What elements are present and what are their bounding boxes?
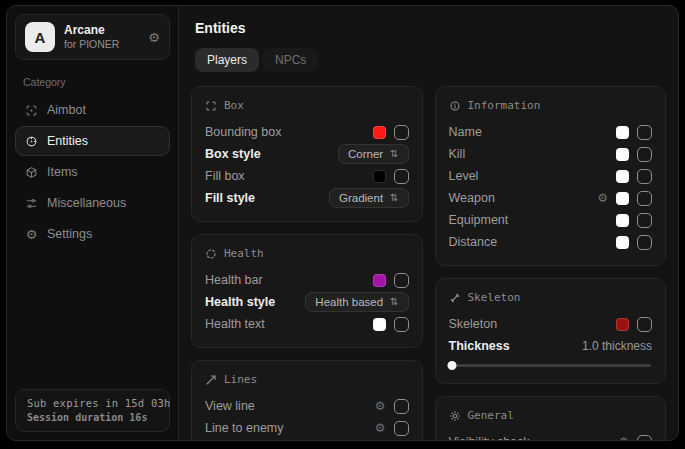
row-label: Box style xyxy=(205,147,261,161)
diagonal-line-icon xyxy=(205,374,217,386)
sidebar-item-aimbot[interactable]: Aimbot xyxy=(15,95,170,125)
row-label: Fill box xyxy=(205,169,245,183)
color-swatch[interactable] xyxy=(616,318,629,331)
checkbox[interactable] xyxy=(637,435,652,441)
dropdown-value: Gradient xyxy=(339,192,383,204)
brand-card: A Arcane for PIONER ⚙ xyxy=(15,14,170,60)
color-swatch[interactable] xyxy=(616,192,629,205)
row-health-style: Health style Health based ⇅ xyxy=(205,291,409,313)
checkbox[interactable] xyxy=(394,273,409,288)
checkbox[interactable] xyxy=(637,317,652,332)
row-label: Line to enemy xyxy=(205,421,284,435)
box-card: Box Bounding box Box style Corner ⇅ xyxy=(191,86,423,222)
sidebar-item-label: Entities xyxy=(47,134,88,148)
general-card-header: General xyxy=(449,409,653,422)
row-label: Health text xyxy=(205,317,265,331)
fill-style-dropdown[interactable]: Gradient ⇅ xyxy=(329,188,409,208)
information-card-header: Information xyxy=(449,99,653,112)
session-duration-text: Session duration 16s xyxy=(27,412,158,423)
tab-bar: Players NPCs xyxy=(195,48,662,72)
row-thickness: Thickness 1.0 thickness xyxy=(449,335,653,357)
crosshair-icon xyxy=(25,104,38,117)
sun-icon xyxy=(449,410,461,422)
row-box-style: Box style Corner ⇅ xyxy=(205,143,409,165)
row-label: Weapon xyxy=(449,191,495,205)
color-swatch[interactable] xyxy=(373,274,386,287)
color-swatch[interactable] xyxy=(616,126,629,139)
color-swatch[interactable] xyxy=(373,170,386,183)
row-label: Visibility check xyxy=(449,435,530,440)
color-swatch[interactable] xyxy=(373,318,386,331)
checkbox[interactable] xyxy=(394,125,409,140)
checkbox[interactable] xyxy=(637,147,652,162)
card-title: General xyxy=(468,409,514,422)
sidebar: A Arcane for PIONER ⚙ Category Aimbot xyxy=(7,6,179,440)
row-label: Fill style xyxy=(205,191,255,205)
row-skeleton: Skeleton xyxy=(449,313,653,335)
app-window: A Arcane for PIONER ⚙ Category Aimbot xyxy=(6,5,679,441)
row-equipment: Equipment xyxy=(449,209,653,231)
row-visibility-check: Visibility check ⚙ xyxy=(449,431,653,440)
app-subtitle: for PIONER xyxy=(64,38,119,51)
sub-expiry-text: Sub expires in 15d 03h xyxy=(27,397,158,409)
dashed-circle-icon xyxy=(205,248,217,260)
row-health-text: Health text xyxy=(205,313,409,335)
checkbox[interactable] xyxy=(637,169,652,184)
settings-gear-icon[interactable]: ⚙ xyxy=(148,30,160,45)
cards-grid: Box Bounding box Box style Corner ⇅ xyxy=(191,86,666,440)
checkbox[interactable] xyxy=(637,125,652,140)
checkbox[interactable] xyxy=(637,235,652,250)
tab-players[interactable]: Players xyxy=(195,48,259,72)
checkbox[interactable] xyxy=(394,317,409,332)
unfold-icon: ⇅ xyxy=(390,149,398,159)
sidebar-item-items[interactable]: Items xyxy=(15,157,170,187)
row-view-line: View line ⚙ xyxy=(205,395,409,417)
row-label: Skeleton xyxy=(449,317,498,331)
color-swatch[interactable] xyxy=(616,148,629,161)
right-column: Information Name Kill xyxy=(435,86,667,440)
card-title: Box xyxy=(224,99,244,112)
row-health-bar: Health bar xyxy=(205,269,409,291)
checkbox[interactable] xyxy=(637,213,652,228)
checkbox[interactable] xyxy=(394,421,409,436)
color-swatch[interactable] xyxy=(616,170,629,183)
slider-thumb[interactable] xyxy=(447,361,456,370)
color-swatch[interactable] xyxy=(373,126,386,139)
health-style-dropdown[interactable]: Health based ⇅ xyxy=(305,292,408,312)
checkbox[interactable] xyxy=(394,169,409,184)
thickness-slider[interactable] xyxy=(450,360,652,371)
general-card: General Visibility check ⚙ Max distance … xyxy=(435,396,667,440)
box-style-dropdown[interactable]: Corner ⇅ xyxy=(338,144,409,164)
row-name: Name xyxy=(449,121,653,143)
skeleton-card: Skeleton Skeleton Thickness 1.0 thicknes… xyxy=(435,278,667,384)
sidebar-item-miscellaneous[interactable]: Miscellaneous xyxy=(15,188,170,218)
color-swatch[interactable] xyxy=(616,236,629,249)
card-title: Information xyxy=(468,99,541,112)
sidebar-item-entities[interactable]: Entities xyxy=(15,126,170,156)
row-settings-gear-icon[interactable]: ⚙ xyxy=(375,422,386,434)
row-settings-gear-icon[interactable]: ⚙ xyxy=(597,192,608,204)
lines-card: Lines View line ⚙ Line to enemy ⚙ xyxy=(191,360,423,440)
row-settings-gear-icon[interactable]: ⚙ xyxy=(375,400,386,412)
tab-npcs[interactable]: NPCs xyxy=(263,48,318,72)
unfold-icon: ⇅ xyxy=(390,193,398,203)
color-swatch[interactable] xyxy=(616,214,629,227)
sidebar-item-settings[interactable]: ⚙ Settings xyxy=(15,219,170,249)
row-distance: Distance xyxy=(449,231,653,253)
checkbox[interactable] xyxy=(394,399,409,414)
brand-text: Arcane for PIONER xyxy=(64,23,119,51)
sidebar-item-label: Aimbot xyxy=(47,103,86,117)
sidebar-item-label: Items xyxy=(47,165,78,179)
row-label: Kill xyxy=(449,147,466,161)
health-card: Health Health bar Health style Health ba… xyxy=(191,234,423,348)
row-label: Bounding box xyxy=(205,125,281,139)
sliders-icon xyxy=(25,197,38,210)
row-settings-gear-icon[interactable]: ⚙ xyxy=(618,436,629,440)
sidebar-item-label: Settings xyxy=(47,227,92,241)
app-title: Arcane xyxy=(64,23,119,38)
row-weapon: Weapon ⚙ xyxy=(449,187,653,209)
row-kill: Kill xyxy=(449,143,653,165)
row-bounding-box: Bounding box xyxy=(205,121,409,143)
checkbox[interactable] xyxy=(637,191,652,206)
information-card: Information Name Kill xyxy=(435,86,667,266)
